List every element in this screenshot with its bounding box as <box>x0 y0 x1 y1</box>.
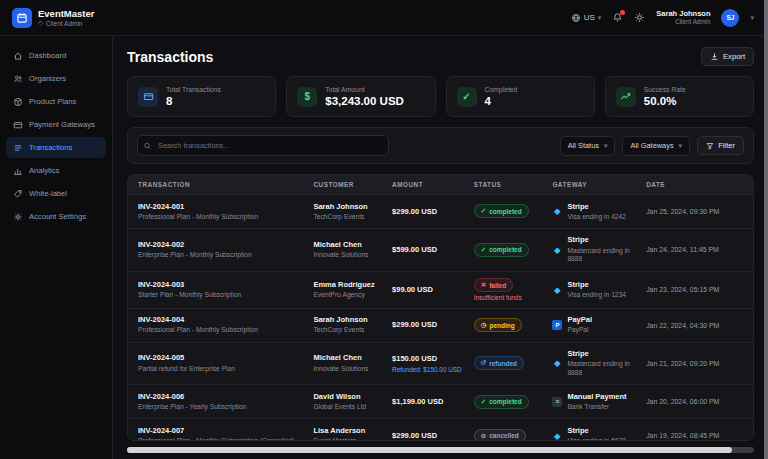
sidebar-item-transactions[interactable]: Transactions <box>6 137 106 158</box>
top-bar: EventMaster ◇Client Admin US ▾ Sarah Joh… <box>0 0 768 36</box>
transaction-id: INV-2024-007 <box>138 426 313 436</box>
customer-name: Sarah Johnson <box>313 315 392 325</box>
table-row: INV-2024-001 Professional Plan - Monthly… <box>128 194 753 228</box>
search-input[interactable] <box>137 135 389 156</box>
column-header: CUSTOMER <box>313 181 392 188</box>
export-button[interactable]: Export <box>701 47 754 66</box>
transaction-date: Jan 22, 2024, 04:30 PM <box>646 322 743 329</box>
customer-name: Emma Rodriguez <box>313 280 392 290</box>
notification-badge <box>620 10 625 15</box>
sidebar-item-account-settings[interactable]: Account Settings <box>6 206 106 227</box>
stat-value: 8 <box>166 95 221 107</box>
transaction-desc: Professional Plan - Monthly Subscription… <box>138 437 313 441</box>
sidebar-item-label: White-label <box>29 189 67 198</box>
stat-value: $3,243.00 USD <box>325 95 404 107</box>
filter-button[interactable]: Filter <box>697 136 744 155</box>
stats-row: Total Transactions 8 $ Total Amount $3,2… <box>127 76 754 117</box>
transaction-date: Jan 20, 2024, 06:00 PM <box>646 398 743 405</box>
sidebar-item-organizers[interactable]: Organizers <box>6 68 106 89</box>
customer-company: Event Masters <box>313 437 392 441</box>
tag-icon <box>13 189 23 199</box>
transaction-desc: Professional Plan - Monthly Subscription <box>138 326 313 335</box>
notifications-button[interactable] <box>612 12 623 23</box>
sidebar-item-label: Payment Gateways <box>29 120 95 129</box>
user-menu-chevron-icon[interactable]: ▾ <box>750 14 754 22</box>
transaction-id: INV-2024-005 <box>138 353 313 363</box>
sidebar-item-dashboard[interactable]: Dashboard <box>6 45 106 66</box>
gateway-name: Stripe <box>567 280 626 290</box>
customer-company: Innovate Solutions <box>313 251 392 260</box>
sidebar-item-product-plans[interactable]: Product Plans <box>6 91 106 112</box>
gateway-detail: Visa ending in 5678 <box>567 437 626 441</box>
sidebar-item-analytics[interactable]: Analytics <box>6 160 106 181</box>
transaction-desc: Enterprise Plan - Monthly Subscription <box>138 251 313 260</box>
stat-label: Total Amount <box>325 86 404 93</box>
status-badge: ✓ completed <box>474 204 529 218</box>
gateway-icon: ◆ <box>552 431 562 441</box>
customer-company: EventPro Agency <box>313 291 392 300</box>
transaction-date: Jan 23, 2024, 05:15 PM <box>646 286 743 293</box>
list-icon <box>13 143 23 153</box>
gateway-detail: Bank Transfer <box>567 403 626 412</box>
customer-name: Sarah Johnson <box>313 202 392 212</box>
status-badge: ↺ refunded <box>474 356 524 370</box>
sidebar-item-white-label[interactable]: White-label <box>6 183 106 204</box>
transactions-body: INV-2024-001 Professional Plan - Monthly… <box>128 194 753 441</box>
sidebar-item-label: Organizers <box>29 74 66 83</box>
sidebar-item-payment-gateways[interactable]: Payment Gateways <box>6 114 106 135</box>
gateway-icon: ◆ <box>552 285 562 295</box>
user-role: Client Admin <box>656 18 710 26</box>
status-label: completed <box>489 246 522 253</box>
sun-icon <box>634 12 645 23</box>
table-row: INV-2024-003 Starter Plan - Monthly Subs… <box>128 271 753 308</box>
user-name: Sarah Johnson <box>656 9 710 18</box>
gateway-filter-select[interactable]: All Gateways ▾ <box>622 136 690 156</box>
gateway-detail: Mastercard ending in 8888 <box>567 247 646 264</box>
transaction-desc: Starter Plan - Monthly Subscription <box>138 291 313 300</box>
status-label: completed <box>489 208 522 215</box>
table-row: INV-2024-007 Professional Plan - Monthly… <box>128 418 753 441</box>
amount-value: $99.00 USD <box>392 285 474 295</box>
column-header: TRANSACTION <box>138 181 313 188</box>
status-note: Insufficient funds <box>474 294 553 301</box>
status-badge: ◷ pending <box>474 318 522 332</box>
amount-value: $299.00 USD <box>392 320 474 330</box>
gateway-icon: ◆ <box>552 206 562 216</box>
amount-note: Refunded: $150.00 USD <box>392 366 474 373</box>
column-header: GATEWAY <box>552 181 646 188</box>
scrollbar-thumb[interactable] <box>127 447 732 453</box>
brand-logo-icon <box>12 8 32 28</box>
avatar[interactable]: SJ <box>721 9 739 27</box>
transaction-desc: Partial refund for Enterprise Plan <box>138 365 313 374</box>
status-label: failed <box>489 282 506 289</box>
status-badge: ✓ completed <box>474 395 529 409</box>
vertical-scrollbar[interactable] <box>764 0 768 459</box>
status-badge: ✓ completed <box>474 243 529 257</box>
amount-value: $299.00 USD <box>392 431 474 441</box>
table-header: TRANSACTION CUSTOMER AMOUNT STATUS GATEW… <box>128 175 753 194</box>
status-filter-select[interactable]: All Status ▾ <box>560 136 616 156</box>
gateway-detail: Mastercard ending in 8888 <box>567 360 646 377</box>
gateway-detail: PayPal <box>567 326 592 335</box>
gateway-icon: ◆ <box>552 245 562 255</box>
page-title: Transactions <box>127 49 213 65</box>
gateway-name: Manual Payment <box>567 392 626 402</box>
gateway-name: PayPal <box>567 315 592 325</box>
users-icon <box>13 74 23 84</box>
theme-toggle[interactable] <box>634 12 645 23</box>
status-label: completed <box>489 398 522 405</box>
brand-name: EventMaster <box>38 8 95 19</box>
locale-selector[interactable]: US ▾ <box>571 13 602 23</box>
table-row: INV-2024-002 Enterprise Plan - Monthly S… <box>128 228 753 271</box>
customer-company: TechCorp Events <box>313 213 392 222</box>
horizontal-scrollbar[interactable] <box>127 447 754 453</box>
customer-company: Innovate Solutions <box>313 365 392 374</box>
status-icon: ◷ <box>481 321 487 329</box>
amount-value: $1,199.00 USD <box>392 397 474 407</box>
transaction-id: INV-2024-001 <box>138 202 313 212</box>
transaction-id: INV-2024-002 <box>138 240 313 250</box>
status-icon: ✓ <box>481 398 486 406</box>
home-icon <box>13 51 23 61</box>
amount-value: $150.00 USD <box>392 354 474 364</box>
trend-up-icon <box>616 87 636 107</box>
